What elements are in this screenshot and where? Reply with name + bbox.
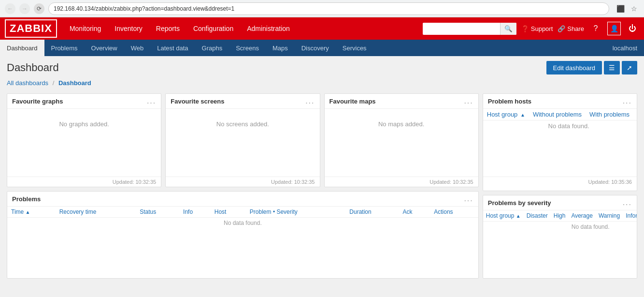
sec-nav-graphs[interactable]: Graphs bbox=[195, 40, 229, 56]
problems-header: Problems ... bbox=[7, 192, 478, 207]
page-actions: Edit dashboard ☰ ➚ bbox=[546, 61, 637, 74]
fav-screens-widget: Favourite screens ... No screens added. … bbox=[165, 93, 320, 187]
problems-by-severity-widget: Problems by severity ... Host group ▲ Di… bbox=[483, 195, 637, 279]
problems-no-data: No data found. bbox=[7, 218, 478, 229]
prob-sev-header: Problems by severity ... bbox=[483, 195, 637, 210]
fav-maps-no-data: No maps added. bbox=[378, 113, 424, 128]
col-info: Info bbox=[179, 207, 211, 218]
col-recovery-time: Recovery time bbox=[56, 207, 136, 218]
top-nav: ZABBIX Monitoring Inventory Reports Conf… bbox=[0, 17, 644, 40]
fav-screens-title: Favourite screens bbox=[171, 98, 224, 105]
problem-hosts-body: Host group ▲ Without problems With probl… bbox=[483, 109, 637, 177]
problem-hosts-menu-button[interactable]: ... bbox=[623, 97, 632, 105]
sort-arrow: ▲ bbox=[520, 112, 525, 118]
col-ack: Ack bbox=[399, 207, 430, 218]
dashboard-expand-button[interactable]: ➚ bbox=[622, 61, 637, 74]
fav-maps-header: Favourite maps ... bbox=[325, 94, 478, 109]
secondary-nav: Dashboard Problems Overview Web Latest d… bbox=[0, 40, 644, 56]
problems-title: Problems bbox=[12, 195, 41, 203]
search-input[interactable] bbox=[423, 23, 500, 34]
prob-sev-table: Host group ▲ Disaster High Average Warni… bbox=[483, 210, 637, 232]
nav-administration[interactable]: Administration bbox=[240, 17, 297, 40]
fav-screens-footer: Updated: 10:32:35 bbox=[166, 177, 319, 187]
nav-inventory[interactable]: Inventory bbox=[108, 17, 149, 40]
col-problem-severity: Problem • Severity bbox=[246, 207, 345, 218]
fav-graphs-no-data: No graphs added. bbox=[59, 113, 109, 128]
back-button[interactable]: ← bbox=[5, 3, 15, 14]
nav-configuration[interactable]: Configuration bbox=[186, 17, 240, 40]
sec-nav-overview[interactable]: Overview bbox=[85, 40, 124, 56]
fav-screens-no-data: No screens added. bbox=[216, 113, 269, 128]
share-link[interactable]: 🔗 Share bbox=[558, 25, 584, 32]
fav-maps-title: Favourite maps bbox=[329, 98, 376, 105]
fav-graphs-footer: Updated: 10:32:35 bbox=[7, 177, 161, 187]
problems-widget: Problems ... Time ▲ Recovery time Status… bbox=[7, 191, 479, 279]
sec-nav-latest-data[interactable]: Latest data bbox=[150, 40, 195, 56]
fav-graphs-header: Favourite graphs ... bbox=[7, 94, 161, 109]
nav-reports[interactable]: Reports bbox=[149, 17, 186, 40]
fav-screens-menu-button[interactable]: ... bbox=[305, 97, 315, 105]
problems-menu-button[interactable]: ... bbox=[464, 194, 473, 203]
sec-nav-discovery[interactable]: Discovery bbox=[295, 40, 336, 56]
problem-hosts-widget: Problem hosts ... Host group ▲ Without p… bbox=[483, 93, 637, 191]
fav-maps-menu-button[interactable]: ... bbox=[464, 97, 473, 105]
prob-sev-menu-button[interactable]: ... bbox=[623, 198, 632, 207]
problem-hosts-title: Problem hosts bbox=[488, 98, 531, 105]
fav-graphs-menu-button[interactable]: ... bbox=[147, 97, 156, 105]
sec-nav-problems[interactable]: Problems bbox=[44, 40, 85, 56]
col-host: Host bbox=[211, 207, 246, 218]
col-time[interactable]: Time ▲ bbox=[7, 207, 56, 218]
col-actions: Actions bbox=[430, 207, 478, 218]
cast-button[interactable]: ⬛ bbox=[615, 3, 626, 14]
search-box: 🔍 bbox=[423, 23, 516, 35]
sec-nav-web[interactable]: Web bbox=[124, 40, 151, 56]
sec-nav-screens[interactable]: Screens bbox=[229, 40, 266, 56]
breadcrumb-current[interactable]: Dashboard bbox=[58, 79, 91, 87]
sec-nav-services[interactable]: Services bbox=[336, 40, 373, 56]
fav-maps-footer: Updated: 10:32:35 bbox=[325, 177, 478, 187]
logo: ZABBIX bbox=[5, 19, 57, 38]
logout-button[interactable]: ⏻ bbox=[626, 22, 639, 35]
search-button[interactable]: 🔍 bbox=[500, 23, 516, 35]
col-host-group[interactable]: Host group ▲ bbox=[483, 109, 529, 120]
user-profile-button[interactable]: 👤 bbox=[607, 22, 621, 35]
dashboard-grid: Favourite graphs ... No graphs added. Up… bbox=[0, 90, 644, 282]
sev-col-information: Information bbox=[623, 210, 637, 222]
breadcrumb-all-dashboards[interactable]: All dashboards bbox=[7, 79, 48, 87]
breadcrumb: All dashboards / Dashboard bbox=[0, 77, 644, 90]
sev-col-host-group[interactable]: Host group ▲ bbox=[483, 210, 524, 222]
problem-hosts-table: Host group ▲ Without problems With probl… bbox=[483, 109, 637, 132]
edit-dashboard-button[interactable]: Edit dashboard bbox=[546, 61, 602, 74]
support-link[interactable]: ❓ Support bbox=[521, 25, 553, 32]
fav-screens-header: Favourite screens ... bbox=[166, 94, 319, 109]
share-icon: 🔗 bbox=[558, 25, 565, 32]
fav-maps-widget: Favourite maps ... No maps added. Update… bbox=[324, 93, 479, 187]
bookmark-button[interactable]: ☆ bbox=[629, 3, 639, 14]
support-icon: ❓ bbox=[521, 25, 529, 32]
sev-col-disaster: Disaster bbox=[524, 210, 551, 222]
sec-nav-maps[interactable]: Maps bbox=[266, 40, 295, 56]
sev-col-warning: Warning bbox=[596, 210, 623, 222]
problem-hosts-no-data: No data found. bbox=[483, 120, 637, 132]
forward-button[interactable]: → bbox=[19, 3, 30, 14]
prob-sev-body: Host group ▲ Disaster High Average Warni… bbox=[483, 210, 637, 278]
address-bar[interactable] bbox=[48, 2, 609, 15]
help-button[interactable]: ? bbox=[589, 22, 602, 35]
page-header: Dashboard Edit dashboard ☰ ➚ bbox=[0, 56, 644, 77]
reload-button[interactable]: ⟳ bbox=[34, 3, 44, 14]
col-without-problems: Without problems bbox=[529, 109, 586, 120]
col-status: Status bbox=[136, 207, 179, 218]
nav-monitoring[interactable]: Monitoring bbox=[63, 17, 108, 40]
sec-nav-dashboard[interactable]: Dashboard bbox=[0, 40, 44, 56]
sev-col-high: High bbox=[551, 210, 569, 222]
col-with-problems: With problems bbox=[586, 109, 633, 120]
dashboard-menu-button[interactable]: ☰ bbox=[604, 61, 620, 74]
fav-graphs-body: No graphs added. bbox=[7, 109, 161, 177]
col-duration: Duration bbox=[345, 207, 399, 218]
problem-hosts-footer: Updated: 10:35:36 bbox=[483, 177, 637, 187]
browser-chrome: ← → ⟳ ⬛ ☆ bbox=[0, 0, 644, 17]
hostname-display: localhost bbox=[613, 45, 644, 52]
fav-graphs-title: Favourite graphs bbox=[12, 98, 63, 105]
problems-table: Time ▲ Recovery time Status Info Host Pr… bbox=[7, 207, 478, 228]
sev-col-average: Average bbox=[568, 210, 595, 222]
